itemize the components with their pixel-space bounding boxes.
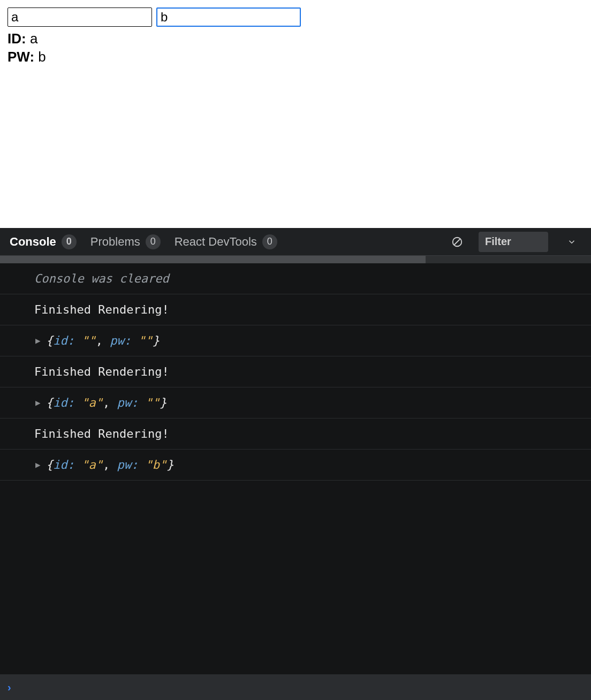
app-preview-pane: ID: a PW: b — [0, 0, 591, 228]
disclosure-triangle-icon[interactable]: ▶ — [35, 459, 41, 469]
id-label: ID: — [7, 31, 26, 47]
log-object: {id: "", pw: ""} — [46, 334, 160, 347]
console-prompt[interactable]: › — [0, 674, 591, 700]
tab-label: React DevTools — [175, 235, 257, 249]
pw-label: PW: — [7, 49, 34, 65]
prompt-caret-icon: › — [7, 681, 11, 694]
form-readout: ID: a PW: b — [7, 30, 584, 66]
log-object: {id: "a", pw: ""} — [46, 396, 166, 409]
pw-readout-value: b — [38, 49, 46, 65]
console-log-row[interactable]: ▶{id: "a", pw: "b"} — [0, 450, 591, 481]
id-input[interactable] — [7, 7, 152, 27]
log-object: {id: "a", pw: "b"} — [46, 458, 174, 471]
devtools-tabs: Console 0 Problems 0 React DevTools 0 — [0, 228, 591, 256]
tab-react-devtools[interactable]: React DevTools 0 — [175, 234, 277, 249]
tab-count-badge: 0 — [146, 234, 161, 249]
console-log-row: Finished Rendering! — [0, 356, 591, 387]
svg-line-1 — [454, 239, 460, 245]
disclosure-triangle-icon[interactable]: ▶ — [35, 397, 41, 407]
tabs-scrollbar[interactable] — [0, 256, 591, 263]
console-filter-input[interactable] — [479, 232, 548, 252]
devtools-panel: Console 0 Problems 0 React DevTools 0 — [0, 228, 591, 700]
id-readout-value: a — [30, 31, 37, 47]
tab-count-badge: 0 — [262, 234, 277, 249]
tab-count-badge: 0 — [62, 234, 77, 249]
console-log-row: Console was cleared — [0, 263, 591, 294]
inputs-row — [7, 7, 584, 27]
log-text: Finished Rendering! — [34, 365, 169, 378]
log-text: Finished Rendering! — [34, 303, 169, 316]
console-log-row[interactable]: ▶{id: "a", pw: ""} — [0, 387, 591, 419]
pw-input[interactable] — [156, 7, 301, 27]
console-log-row: Finished Rendering! — [0, 419, 591, 450]
disclosure-triangle-icon[interactable]: ▶ — [35, 335, 41, 345]
console-log-list: Console was clearedFinished Rendering!▶{… — [0, 263, 591, 674]
clear-console-icon[interactable] — [450, 234, 465, 249]
tab-problems[interactable]: Problems 0 — [90, 234, 161, 249]
tab-console[interactable]: Console 0 — [10, 234, 77, 249]
log-info-text: Console was cleared — [34, 272, 169, 285]
tab-label: Console — [10, 235, 56, 249]
more-menu-button[interactable] — [562, 232, 581, 252]
tab-label: Problems — [90, 235, 140, 249]
console-log-row: Finished Rendering! — [0, 294, 591, 325]
console-log-row[interactable]: ▶{id: "", pw: ""} — [0, 325, 591, 356]
log-text: Finished Rendering! — [34, 427, 169, 440]
